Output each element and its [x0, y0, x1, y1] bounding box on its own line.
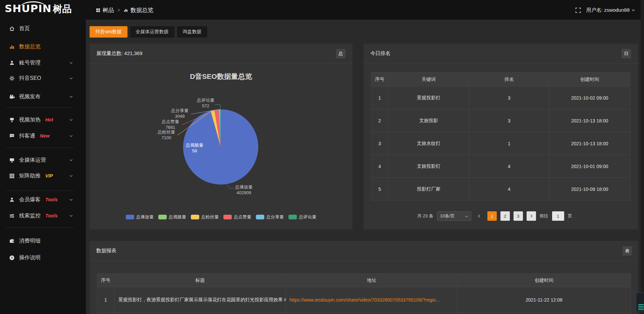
next-page-button[interactable] [527, 211, 536, 221]
sidebar-item-home[interactable]: 首页 [0, 23, 86, 34]
pie-label-line [215, 105, 220, 109]
breadcrumb: 树品 > 数据总览 [96, 0, 153, 20]
chevron-down-icon [69, 134, 73, 138]
page-button-1[interactable]: 1 [487, 211, 497, 221]
sidebar-item-instructions[interactable]: ? 操作说明 [0, 253, 86, 263]
total-badge[interactable]: 总 [336, 49, 345, 58]
logo[interactable]: SHUPIN 树品 [5, 2, 72, 17]
pie-label-name: 总播放量 [235, 185, 253, 190]
rank-panel-header: 今日排名 日 [364, 44, 638, 64]
data-tabs: 抖音seo数据 全媒体运营数据 询盘数据 [90, 26, 207, 38]
chart-legend: 总播放量总视频量总粉丝量总点赞量总分享量总评论量 [90, 214, 353, 220]
col-index: 序号 [97, 274, 114, 287]
impressions-chart-panel: 展现量总数: 421,369 总 D音SEO数据量总览 总播放量402909总视… [90, 44, 353, 229]
legend-item-总视频量[interactable]: 总视频量 [158, 214, 186, 220]
table-badge[interactable]: 表 [623, 246, 632, 256]
legend-swatch [288, 215, 297, 219]
report-panel-header: 数据报表 表 [90, 241, 638, 261]
pie-label-name: 总视频量 [185, 143, 203, 148]
col-title: 标题 [114, 274, 286, 287]
app-root: SHUPIN 树品 首页 数据总览 账号管理 抖音SEO 视频发布 [0, 0, 644, 314]
impressions-total-label: 展现量总数: 421,369 [96, 50, 143, 57]
hot-tag: Hot [45, 117, 53, 122]
fullscreen-icon[interactable] [575, 7, 581, 13]
legend-swatch [158, 215, 167, 219]
svg-text:?: ? [11, 256, 13, 259]
pie-label-value: 402909 [236, 190, 251, 195]
logo-text-cn: 树品 [53, 3, 72, 15]
tab-omnimedia-data[interactable]: 全媒体运营数据 [130, 26, 174, 38]
pie-label-name: 总评论量 [197, 98, 214, 103]
chevron-down-icon [465, 214, 468, 218]
sidebar-item-douketong[interactable]: 抖客通 New [0, 131, 86, 141]
new-tag: New [40, 133, 50, 139]
legend-swatch [191, 215, 199, 219]
breadcrumb-item-home[interactable]: 树品 [96, 6, 114, 14]
sidebar-item-member-baoke[interactable]: 会员爆客 Tools [0, 195, 86, 205]
legend-item-总评论量[interactable]: 总评论量 [288, 214, 316, 220]
sidebar-item-account-management[interactable]: 账号管理 [0, 58, 86, 68]
pie-label-value: 572 [202, 103, 209, 108]
chevron-down-icon [631, 8, 635, 12]
page-scrollbar[interactable] [641, 0, 644, 314]
page-size-select[interactable]: 10条/页 [437, 211, 471, 221]
pie-label-name: 总粉丝量 [157, 129, 175, 135]
pie-label-value: 7681 [166, 125, 175, 130]
daily-badge[interactable]: 日 [622, 49, 631, 58]
legend-item-总播放量[interactable]: 总播放量 [126, 214, 154, 220]
sidebar-item-douyin-seo[interactable]: 抖音SEO [0, 73, 86, 83]
billboard-icon [9, 117, 15, 123]
breadcrumb-item-data-overview[interactable]: 数据总览 [123, 6, 153, 14]
user-icon [9, 197, 15, 203]
legend-label: 总评论量 [299, 214, 316, 220]
sliders-icon [9, 213, 15, 219]
prev-page-button[interactable] [475, 211, 484, 221]
sidebar-item-omnimedia[interactable]: 全媒体运营 [0, 155, 86, 165]
legend-item-总点赞量[interactable]: 总点赞量 [223, 214, 251, 220]
sidebar-item-data-overview[interactable]: 数据总览 [0, 42, 86, 52]
page-button-2[interactable]: 2 [500, 211, 510, 221]
chevron-down-icon [69, 118, 73, 122]
dashboard-icon [96, 8, 100, 12]
legend-item-总分享量[interactable]: 总分享量 [256, 214, 284, 220]
table-row: 4 文旅投影灯 4 2021-10-01 09:00 [371, 155, 630, 178]
col-created: 创建时间 [549, 72, 630, 87]
sidebar-item-lead-monitor[interactable]: 线索监控 Tools [0, 211, 86, 221]
legend-label: 总点赞量 [234, 214, 251, 220]
pagination: 共 23 条 10条/页 1 2 3 前往 页 [417, 211, 572, 221]
tools-tag: Tools [45, 213, 58, 218]
video-url-link[interactable]: https://www.iesdouyin.com/share/video/70… [289, 297, 440, 303]
table-row: 5 投影灯厂家 4 2021-10-09 18:00 [371, 178, 630, 201]
sidebar-divider [6, 191, 74, 191]
legend-label: 总视频量 [169, 214, 186, 220]
page-button-3[interactable]: 3 [514, 211, 523, 221]
sidebar-divider [6, 227, 74, 228]
data-report-panel: 数据报表 表 序号 标题 地址 创建时间 1 景观投影灯，夜游景观投影灯厂家展示… [90, 241, 638, 314]
tab-inquiry-data[interactable]: 询盘数据 [177, 26, 207, 38]
sidebar-item-video-heat[interactable]: 视频加热 Hot [0, 115, 86, 125]
pie-label-name: 总分享量 [171, 108, 189, 113]
pagination-total: 共 23 条 [417, 213, 433, 219]
top-header-bar: 树品 > 数据总览 用户名: zswodun88 [86, 0, 644, 20]
table-row: 1 景观投影灯，夜游景观投影灯厂家展示展示落花灯在花园里的灯光投影应用效果 # … [97, 287, 631, 313]
legend-item-总粉丝量[interactable]: 总粉丝量 [191, 214, 219, 220]
goto-unit: 页 [568, 213, 572, 219]
pie-label-name: 总点赞量 [161, 119, 179, 124]
col-url: 地址 [286, 274, 458, 287]
pie-chart-svg[interactable]: 总播放量402909总视频量58总粉丝量7100总点赞量7681总分享量3049… [90, 64, 353, 229]
sidebar-item-matrix-boost[interactable]: 矩阵助推 VIP [0, 171, 86, 181]
chevron-down-icon [69, 76, 73, 80]
rank-table: 序号 关键词 排名 创建时间 1 景观投影灯 3 2021-10-02 09:0… [371, 72, 630, 201]
table-row: 2 文旅投影 3 2021-10-13 18:00 [371, 109, 630, 132]
sidebar-item-video-publish[interactable]: 视频发布 [0, 92, 86, 102]
chevron-down-icon [69, 174, 73, 178]
col-keyword: 关键词 [388, 72, 469, 87]
sidebar-item-spending-details[interactable]: 消费明细 [0, 236, 86, 246]
goto-page-input[interactable] [552, 211, 564, 221]
user-icon [9, 60, 15, 66]
legend-swatch [126, 215, 134, 219]
username-dropdown[interactable]: 用户名: zswodun88 [586, 7, 635, 13]
sidebar-divider [6, 107, 74, 108]
corner-widget[interactable] [636, 293, 644, 312]
tab-douyin-seo-data[interactable]: 抖音seo数据 [90, 26, 127, 38]
